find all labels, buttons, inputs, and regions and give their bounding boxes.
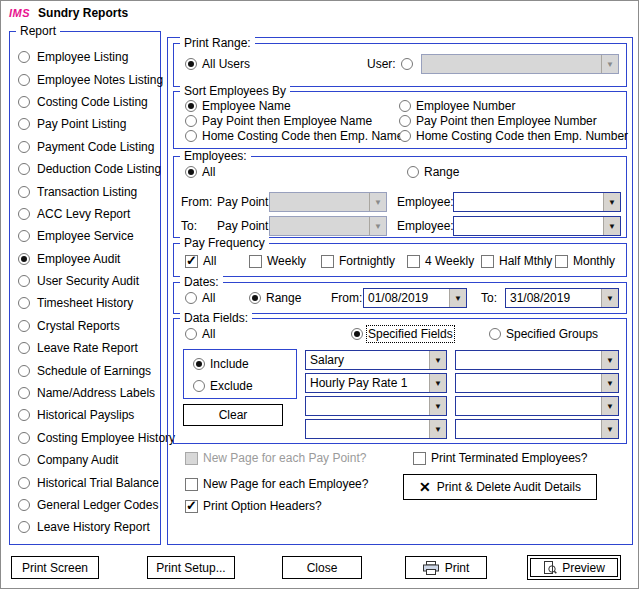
- close-button[interactable]: Close: [282, 556, 362, 579]
- radio-include[interactable]: Include: [193, 356, 249, 372]
- field-combo-left-1[interactable]: Salary▼: [305, 350, 447, 370]
- chevron-down-icon[interactable]: ▼: [601, 420, 618, 438]
- radio-employees-all[interactable]: All: [185, 164, 215, 180]
- report-option-payment-code-listing[interactable]: Payment Code Listing: [10, 136, 160, 158]
- print-screen-button[interactable]: Print Screen: [11, 556, 99, 579]
- chevron-down-icon[interactable]: ▼: [429, 374, 446, 392]
- report-option-employee-notes-listing[interactable]: Employee Notes Listing: [10, 68, 160, 90]
- report-option-company-audit[interactable]: Company Audit: [10, 449, 160, 471]
- report-option-label: Costing Code Listing: [37, 95, 148, 109]
- chevron-down-icon[interactable]: ▼: [601, 55, 618, 73]
- radio-specified-groups[interactable]: Specified Groups: [489, 326, 598, 342]
- radio-dates-all[interactable]: All: [185, 290, 215, 306]
- report-option-timesheet-history[interactable]: Timesheet History: [10, 292, 160, 314]
- radio-icon: [18, 51, 30, 63]
- chevron-down-icon[interactable]: ▼: [603, 217, 620, 235]
- chevron-down-icon[interactable]: ▼: [429, 397, 446, 415]
- dates-all-label: All: [202, 291, 215, 305]
- print-delete-audit-button[interactable]: ✕ Print & Delete Audit Details: [403, 474, 597, 500]
- checkbox-icon: [413, 452, 426, 465]
- checkbox-freq-weekly[interactable]: Weekly: [249, 253, 306, 269]
- employees-range-label: Range: [424, 165, 459, 179]
- report-option-crystal-reports[interactable]: Crystal Reports: [10, 315, 160, 337]
- radio-employees-range[interactable]: Range: [407, 164, 459, 180]
- report-option-acc-levy-report[interactable]: ACC Levy Report: [10, 203, 160, 225]
- user-combo[interactable]: ▼: [421, 54, 619, 74]
- report-option-user-security-audit[interactable]: User Security Audit: [10, 270, 160, 292]
- checkbox-freq-monthly[interactable]: Monthly: [555, 253, 615, 269]
- field-value: [456, 351, 601, 369]
- report-option-costing-code-listing[interactable]: Costing Code Listing: [10, 91, 160, 113]
- report-option-general-ledger-codes[interactable]: General Ledger Codes: [10, 494, 160, 516]
- chevron-down-icon[interactable]: ▼: [601, 374, 618, 392]
- report-option-transaction-listing[interactable]: Transaction Listing: [10, 180, 160, 202]
- report-option-name-address-labels[interactable]: Name/Address Labels: [10, 382, 160, 404]
- checkbox-print-option-headers[interactable]: Print Option Headers?: [185, 498, 322, 514]
- checkbox-freq-fortnightly[interactable]: Fortnightly: [321, 253, 395, 269]
- chevron-down-icon[interactable]: ▼: [369, 193, 386, 211]
- dates-from-combo[interactable]: 01/08/2019▼: [363, 288, 467, 308]
- radio-sort-pay-point-then-name[interactable]: Pay Point then Employee Name: [185, 113, 372, 129]
- radio-sort-employee-name[interactable]: Employee Name: [185, 98, 291, 114]
- preview-button[interactable]: Preview: [527, 555, 621, 580]
- title-bar[interactable]: IMS Sundry Reports: [1, 1, 638, 25]
- chevron-down-icon[interactable]: ▼: [429, 420, 446, 438]
- report-option-employee-service[interactable]: Employee Service: [10, 225, 160, 247]
- chevron-down-icon[interactable]: ▼: [429, 351, 446, 369]
- radio-icon: [193, 380, 205, 392]
- to-label-text: To:: [181, 219, 197, 233]
- radio-exclude[interactable]: Exclude: [193, 378, 253, 394]
- checkbox-print-terminated[interactable]: Print Terminated Employees?: [413, 450, 588, 466]
- to-employee-combo[interactable]: ▼: [453, 216, 621, 236]
- radio-fields-all[interactable]: All: [185, 326, 215, 342]
- checkbox-freq-half-mthly[interactable]: Half Mthly: [481, 253, 552, 269]
- radio-sort-employee-number[interactable]: Employee Number: [399, 98, 515, 114]
- field-combo-left-4[interactable]: ▼: [305, 419, 447, 439]
- chevron-down-icon[interactable]: ▼: [369, 217, 386, 235]
- radio-all-users[interactable]: All Users: [185, 56, 250, 72]
- chevron-down-icon[interactable]: ▼: [601, 289, 618, 307]
- field-combo-right-1[interactable]: ▼: [455, 350, 619, 370]
- report-option-leave-history-report[interactable]: Leave History Report: [10, 516, 160, 538]
- radio-sort-home-costing-then-name[interactable]: Home Costing Code then Emp. Name: [185, 128, 403, 144]
- user-label: User:: [367, 57, 396, 71]
- chevron-down-icon[interactable]: ▼: [601, 351, 618, 369]
- clear-button[interactable]: Clear: [183, 404, 283, 426]
- chevron-down-icon[interactable]: ▼: [449, 289, 466, 307]
- field-combo-right-4[interactable]: ▼: [455, 419, 619, 439]
- radio-specified-fields[interactable]: Specified Fields: [351, 326, 453, 342]
- report-option-leave-rate-report[interactable]: Leave Rate Report: [10, 337, 160, 359]
- checkbox-freq-all[interactable]: All: [185, 253, 216, 269]
- radio-sort-home-costing-then-number[interactable]: Home Costing Code then Emp. Number: [399, 128, 628, 144]
- report-option-deduction-code-listing[interactable]: Deduction Code Listing: [10, 158, 160, 180]
- to-pay-point-combo[interactable]: ▼: [269, 216, 387, 236]
- from-employee-combo[interactable]: ▼: [453, 192, 621, 212]
- report-option-schedule-of-earnings[interactable]: Schedule of Earnings: [10, 359, 160, 381]
- radio-sort-pay-point-then-number[interactable]: Pay Point then Employee Number: [399, 113, 597, 129]
- report-option-employee-listing[interactable]: Employee Listing: [10, 46, 160, 68]
- print-setup-button[interactable]: Print Setup...: [147, 556, 235, 579]
- checkbox-new-page-pay-point[interactable]: New Page for each Pay Point?: [185, 450, 366, 466]
- report-option-pay-point-listing[interactable]: Pay Point Listing: [10, 113, 160, 135]
- chevron-down-icon[interactable]: ▼: [601, 397, 618, 415]
- user-combo-value: [422, 55, 601, 73]
- radio-user[interactable]: User:: [367, 56, 413, 72]
- field-combo-left-3[interactable]: ▼: [305, 396, 447, 416]
- report-option-employee-audit[interactable]: Employee Audit: [10, 248, 160, 270]
- radio-dates-range[interactable]: Range: [249, 290, 301, 306]
- from-pay-point-combo[interactable]: ▼: [269, 192, 387, 212]
- report-option-label: Historical Payslips: [37, 408, 134, 422]
- print-button[interactable]: Print: [405, 556, 487, 579]
- report-option-costing-employee-history[interactable]: Costing Employee History: [10, 427, 160, 449]
- checkbox-new-page-employee[interactable]: New Page for each Employee?: [185, 476, 368, 492]
- field-combo-left-2[interactable]: Hourly Pay Rate 1▼: [305, 373, 447, 393]
- report-option-historical-trial-balance[interactable]: Historical Trial Balance: [10, 471, 160, 493]
- field-combo-right-2[interactable]: ▼: [455, 373, 619, 393]
- chevron-down-icon[interactable]: ▼: [603, 193, 620, 211]
- report-option-historical-payslips[interactable]: Historical Payslips: [10, 404, 160, 426]
- print-terminated-label: Print Terminated Employees?: [431, 451, 588, 465]
- dates-range-label: Range: [266, 291, 301, 305]
- dates-to-combo[interactable]: 31/08/2019▼: [505, 288, 619, 308]
- checkbox-freq-4-weekly[interactable]: 4 Weekly: [407, 253, 474, 269]
- field-combo-right-3[interactable]: ▼: [455, 396, 619, 416]
